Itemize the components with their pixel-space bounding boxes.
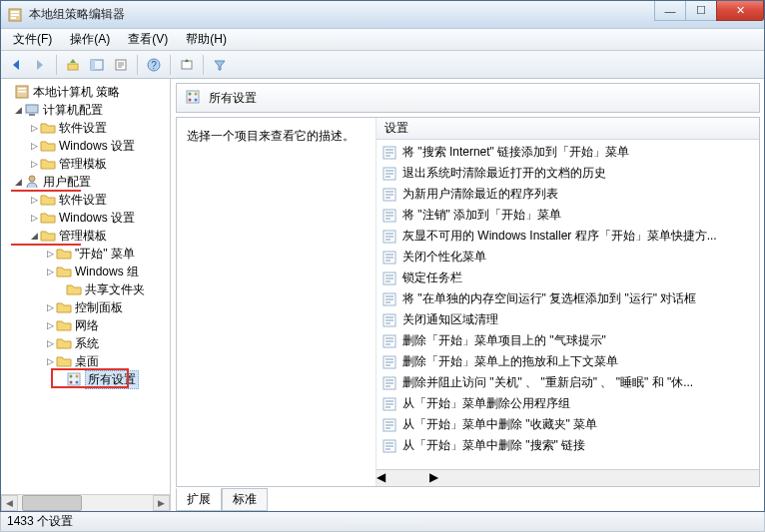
tree-label: 所有设置: [85, 370, 139, 389]
tree-start-menu[interactable]: ▷ "开始" 菜单: [3, 245, 168, 263]
tree-software-settings-user[interactable]: ▷ 软件设置: [3, 191, 168, 209]
scroll-right-icon[interactable]: ▶: [153, 495, 170, 511]
column-label: 设置: [384, 120, 408, 137]
setting-icon: [382, 418, 396, 432]
details-pane: 所有设置 选择一个项目来查看它的描述。 设置 将 "搜索 Internet" 链…: [171, 79, 764, 511]
main-area: 本地计算机 策略 ◢ 计算机配置 ▷ 软件设置 ▷ Windows 设置: [1, 79, 764, 511]
setting-row[interactable]: 从「开始」菜单中删除 "搜索" 链接: [377, 435, 759, 456]
window-title: 本地组策略编辑器: [29, 6, 125, 23]
tree-software-settings[interactable]: ▷ 软件设置: [3, 119, 168, 137]
tree-shared-folders[interactable]: 共享文件夹: [3, 280, 168, 298]
setting-row[interactable]: 删除「开始」菜单上的拖放和上下文菜单: [377, 351, 759, 372]
setting-label: 关闭个性化菜单: [402, 249, 486, 266]
up-button[interactable]: [62, 54, 84, 76]
tree-network[interactable]: ▷ 网络: [3, 316, 168, 334]
tree-all-settings[interactable]: 所有设置: [3, 370, 168, 388]
setting-row[interactable]: 从「开始」菜单删除公用程序组: [377, 393, 759, 414]
svg-point-33: [189, 98, 192, 101]
tree-desktop[interactable]: ▷ 桌面: [3, 352, 168, 370]
user-icon: [24, 174, 40, 190]
menu-view[interactable]: 查看(V): [120, 29, 176, 50]
show-hide-tree-button[interactable]: [86, 54, 108, 76]
tree-user-cfg[interactable]: ◢ 用户配置: [3, 173, 168, 191]
scroll-right-icon[interactable]: ▶: [429, 470, 438, 486]
back-button[interactable]: [5, 54, 27, 76]
collapse-icon[interactable]: ◢: [13, 105, 23, 115]
setting-row[interactable]: 为新用户清除最近的程序列表: [377, 184, 759, 205]
tab-standard[interactable]: 标准: [222, 488, 268, 511]
expand-icon[interactable]: ▷: [29, 123, 39, 133]
expand-icon[interactable]: ▷: [45, 302, 55, 312]
menu-action[interactable]: 操作(A): [62, 29, 118, 50]
tree-control-panel[interactable]: ▷ 控制面板: [3, 298, 168, 316]
tree-label: 软件设置: [59, 192, 107, 209]
details-title: 所有设置: [209, 90, 257, 107]
setting-icon: [382, 334, 396, 348]
expand-icon[interactable]: ▷: [45, 356, 55, 366]
settings-list[interactable]: 将 "搜索 Internet" 链接添加到「开始」菜单退出系统时清除最近打开的文…: [377, 140, 759, 469]
forward-button[interactable]: [29, 54, 51, 76]
setting-row[interactable]: 将 "注销" 添加到「开始」菜单: [377, 205, 759, 226]
collapse-icon[interactable]: ◢: [29, 231, 39, 241]
tab-extended[interactable]: 扩展: [176, 488, 222, 511]
tree-admin-templates-user[interactable]: ◢ 管理模板: [3, 227, 168, 245]
tree-hscrollbar[interactable]: ◀ ▶: [1, 494, 170, 511]
minimize-button[interactable]: —: [654, 1, 686, 21]
list-hscrollbar[interactable]: ◀ ▶: [377, 469, 759, 486]
expand-icon[interactable]: ▷: [29, 195, 39, 205]
tree-windows-settings-user[interactable]: ▷ Windows 设置: [3, 209, 168, 227]
collapse-icon[interactable]: ◢: [13, 177, 23, 187]
filter-button[interactable]: [209, 54, 231, 76]
svg-point-26: [70, 375, 73, 378]
expand-icon[interactable]: ▷: [29, 159, 39, 169]
tree-system[interactable]: ▷ 系统: [3, 334, 168, 352]
expand-icon[interactable]: ▷: [45, 320, 55, 330]
setting-label: 将 "在单独的内存空间运行" 复选框添加到 "运行" 对话框: [402, 290, 696, 307]
menu-help[interactable]: 帮助(H): [178, 29, 235, 50]
help-button[interactable]: ?: [143, 54, 165, 76]
setting-label: 灰显不可用的 Windows Installer 程序「开始」菜单快捷方...: [402, 228, 717, 245]
close-button[interactable]: ✕: [716, 1, 764, 21]
maximize-button[interactable]: ☐: [685, 1, 717, 21]
setting-row[interactable]: 退出系统时清除最近打开的文档的历史: [377, 163, 759, 184]
export-list-button[interactable]: [176, 54, 198, 76]
tree-computer-cfg[interactable]: ◢ 计算机配置: [3, 101, 168, 119]
column-header-setting[interactable]: 设置: [377, 118, 759, 140]
tree-label: 管理模板: [59, 156, 107, 173]
setting-row[interactable]: 删除「开始」菜单项目上的 "气球提示": [377, 330, 759, 351]
expand-icon[interactable]: ▷: [29, 141, 39, 151]
svg-rect-16: [182, 61, 192, 69]
expand-icon[interactable]: ▷: [29, 213, 39, 223]
setting-label: 关闭通知区域清理: [402, 311, 498, 328]
setting-label: 锁定任务栏: [402, 269, 462, 286]
svg-point-28: [70, 381, 73, 384]
folder-icon: [56, 264, 72, 279]
tree-label: Windows 组: [75, 264, 139, 280]
expand-icon[interactable]: ▷: [45, 266, 55, 276]
setting-row[interactable]: 锁定任务栏: [377, 267, 759, 288]
tree-windows-components[interactable]: ▷ Windows 组: [3, 263, 168, 280]
properties-button[interactable]: [110, 54, 132, 76]
menu-file[interactable]: 文件(F): [5, 29, 60, 50]
details-content: 选择一个项目来查看它的描述。 设置 将 "搜索 Internet" 链接添加到「…: [176, 117, 760, 487]
expand-icon[interactable]: ▷: [45, 249, 55, 259]
setting-row[interactable]: 将 "搜索 Internet" 链接添加到「开始」菜单: [377, 142, 759, 163]
setting-row[interactable]: 关闭个性化菜单: [377, 247, 759, 267]
scroll-left-icon[interactable]: ◀: [377, 470, 385, 486]
setting-row[interactable]: 从「开始」菜单中删除 "收藏夹" 菜单: [377, 414, 759, 435]
tree-root[interactable]: 本地计算机 策略: [3, 83, 168, 101]
status-count: 1433 个设置: [7, 513, 73, 530]
svg-rect-22: [26, 105, 38, 113]
tree-label: 网络: [75, 317, 99, 334]
tree-label: 系统: [75, 335, 99, 352]
setting-row[interactable]: 灰显不可用的 Windows Installer 程序「开始」菜单快捷方...: [377, 226, 759, 247]
setting-row[interactable]: 将 "在单独的内存空间运行" 复选框添加到 "运行" 对话框: [377, 288, 759, 309]
tree-windows-settings[interactable]: ▷ Windows 设置: [3, 137, 168, 155]
tree-admin-templates[interactable]: ▷ 管理模板: [3, 155, 168, 173]
scroll-left-icon[interactable]: ◀: [1, 495, 18, 511]
setting-row[interactable]: 关闭通知区域清理: [377, 309, 759, 330]
setting-row[interactable]: 删除并阻止访问 "关机" 、 "重新启动" 、 "睡眠" 和 "休...: [377, 372, 759, 393]
svg-rect-25: [68, 373, 80, 385]
tree-pane[interactable]: 本地计算机 策略 ◢ 计算机配置 ▷ 软件设置 ▷ Windows 设置: [1, 79, 171, 511]
expand-icon[interactable]: ▷: [45, 338, 55, 348]
